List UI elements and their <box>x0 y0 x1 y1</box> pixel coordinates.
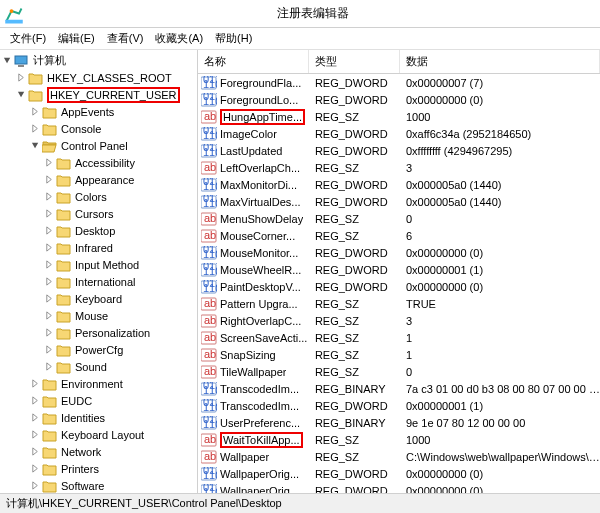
menu-help[interactable]: 帮助(H) <box>209 29 258 48</box>
expand-icon[interactable] <box>30 446 41 457</box>
value-row[interactable]: Pattern Upgra...REG_SZTRUE <box>198 295 600 312</box>
expand-icon[interactable] <box>44 259 55 270</box>
tree-node[interactable]: 计算机 <box>0 52 197 69</box>
value-row[interactable]: WallpaperOrig...REG_DWORD0x00000000 (0) <box>198 465 600 482</box>
expand-icon[interactable] <box>30 412 41 423</box>
expand-icon[interactable] <box>44 157 55 168</box>
expand-icon[interactable] <box>30 395 41 406</box>
value-data: 7a c3 01 00 d0 b3 08 00 80 07 00 00 b0 0 <box>400 383 600 395</box>
expand-icon[interactable] <box>44 276 55 287</box>
expand-icon[interactable] <box>30 429 41 440</box>
value-row[interactable]: WallpaperREG_SZC:\Windows\web\wallpaper\… <box>198 448 600 465</box>
menubar: 文件(F) 编辑(E) 查看(V) 收藏夹(A) 帮助(H) <box>0 28 600 50</box>
value-row[interactable]: MenuShowDelayREG_SZ0 <box>198 210 600 227</box>
tree-node[interactable]: PowerCfg <box>0 341 197 358</box>
expand-icon[interactable] <box>30 480 41 491</box>
list-panel[interactable]: 名称 类型 数据 ForegroundFla...REG_DWORD0x0000… <box>198 50 600 493</box>
col-header-type[interactable]: 类型 <box>309 50 400 73</box>
tree-node[interactable]: International <box>0 273 197 290</box>
collapse-icon[interactable] <box>30 140 41 151</box>
tree-node[interactable]: Printers <box>0 460 197 477</box>
tree-node[interactable]: Environment <box>0 375 197 392</box>
value-row[interactable]: MouseCorner...REG_SZ6 <box>198 227 600 244</box>
value-row[interactable]: MouseWheelR...REG_DWORD0x00000001 (1) <box>198 261 600 278</box>
expand-icon[interactable] <box>44 310 55 321</box>
value-type: REG_DWORD <box>309 179 400 191</box>
tree-node[interactable]: Desktop <box>0 222 197 239</box>
expand-icon[interactable] <box>30 106 41 117</box>
value-row[interactable]: PaintDesktopV...REG_DWORD0x00000000 (0) <box>198 278 600 295</box>
expand-icon[interactable] <box>44 191 55 202</box>
value-name: UserPreferenc... <box>220 417 300 429</box>
collapse-icon[interactable] <box>16 89 27 100</box>
value-row[interactable]: ForegroundFla...REG_DWORD0x00000007 (7) <box>198 74 600 91</box>
tree-node[interactable]: Personalization <box>0 324 197 341</box>
menu-view[interactable]: 查看(V) <box>101 29 150 48</box>
value-row[interactable]: WallpaperOrig...REG_DWORD0x00000000 (0) <box>198 482 600 493</box>
menu-edit[interactable]: 编辑(E) <box>52 29 101 48</box>
value-name: MaxMonitorDi... <box>220 179 297 191</box>
expand-icon[interactable] <box>30 123 41 134</box>
expand-icon[interactable] <box>44 174 55 185</box>
tree-node[interactable]: Colors <box>0 188 197 205</box>
value-name: TranscodedIm... <box>220 400 299 412</box>
tree-node[interactable]: HKEY_CURRENT_USER <box>0 86 197 103</box>
tree-node[interactable]: Cursors <box>0 205 197 222</box>
value-row[interactable]: RightOverlapC...REG_SZ3 <box>198 312 600 329</box>
collapse-icon[interactable] <box>2 55 13 66</box>
col-header-name[interactable]: 名称 <box>198 50 309 73</box>
tree-node[interactable]: Mouse <box>0 307 197 324</box>
value-type: REG_DWORD <box>309 400 400 412</box>
expand-icon[interactable] <box>44 327 55 338</box>
tree-node[interactable]: Software <box>0 477 197 493</box>
expand-icon[interactable] <box>44 225 55 236</box>
expand-icon[interactable] <box>44 361 55 372</box>
tree-node[interactable]: Sound <box>0 358 197 375</box>
expand-icon[interactable] <box>44 208 55 219</box>
tree-panel[interactable]: 计算机HKEY_CLASSES_ROOTHKEY_CURRENT_USERApp… <box>0 50 198 493</box>
expand-icon[interactable] <box>16 72 27 83</box>
expand-icon[interactable] <box>44 242 55 253</box>
menu-file[interactable]: 文件(F) <box>4 29 52 48</box>
tree-node[interactable]: Infrared <box>0 239 197 256</box>
binary-value-icon <box>201 144 217 158</box>
value-row[interactable]: HungAppTime...REG_SZ1000 <box>198 108 600 125</box>
menu-favorites[interactable]: 收藏夹(A) <box>149 29 209 48</box>
tree-label: Input Method <box>75 259 139 271</box>
folder-icon <box>56 326 72 340</box>
tree-node[interactable]: Input Method <box>0 256 197 273</box>
tree-node[interactable]: Keyboard <box>0 290 197 307</box>
value-row[interactable]: LeftOverlapCh...REG_SZ3 <box>198 159 600 176</box>
string-value-icon <box>201 331 217 345</box>
tree-node[interactable]: Control Panel <box>0 137 197 154</box>
expand-icon[interactable] <box>30 463 41 474</box>
value-row[interactable]: ForegroundLo...REG_DWORD0x00000000 (0) <box>198 91 600 108</box>
value-row[interactable]: TileWallpaperREG_SZ0 <box>198 363 600 380</box>
tree-node[interactable]: AppEvents <box>0 103 197 120</box>
tree-node[interactable]: Network <box>0 443 197 460</box>
tree-node[interactable]: EUDC <box>0 392 197 409</box>
value-row[interactable]: SnapSizingREG_SZ1 <box>198 346 600 363</box>
value-row[interactable]: UserPreferenc...REG_BINARY9e 1e 07 80 12… <box>198 414 600 431</box>
value-row[interactable]: TranscodedIm...REG_BINARY7a c3 01 00 d0 … <box>198 380 600 397</box>
value-row[interactable]: ScreenSaveActi...REG_SZ1 <box>198 329 600 346</box>
value-row[interactable]: ImageColorREG_DWORD0xaff6c34a (295218465… <box>198 125 600 142</box>
value-row[interactable]: MouseMonitor...REG_DWORD0x00000000 (0) <box>198 244 600 261</box>
expand-icon[interactable] <box>44 344 55 355</box>
value-row[interactable]: WaitToKillApp...REG_SZ1000 <box>198 431 600 448</box>
tree-node[interactable]: Identities <box>0 409 197 426</box>
col-header-data[interactable]: 数据 <box>400 50 600 73</box>
expand-icon[interactable] <box>30 378 41 389</box>
value-row[interactable]: MaxMonitorDi...REG_DWORD0x000005a0 (1440… <box>198 176 600 193</box>
tree-node[interactable]: Keyboard Layout <box>0 426 197 443</box>
expand-icon[interactable] <box>44 293 55 304</box>
tree-node[interactable]: Appearance <box>0 171 197 188</box>
tree-node[interactable]: Console <box>0 120 197 137</box>
value-row[interactable]: TranscodedIm...REG_DWORD0x00000001 (1) <box>198 397 600 414</box>
value-name: LastUpdated <box>220 145 282 157</box>
tree-node[interactable]: HKEY_CLASSES_ROOT <box>0 69 197 86</box>
value-row[interactable]: LastUpdatedREG_DWORD0xffffffff (42949672… <box>198 142 600 159</box>
app-icon <box>4 6 24 22</box>
tree-node[interactable]: Accessibility <box>0 154 197 171</box>
value-row[interactable]: MaxVirtualDes...REG_DWORD0x000005a0 (144… <box>198 193 600 210</box>
